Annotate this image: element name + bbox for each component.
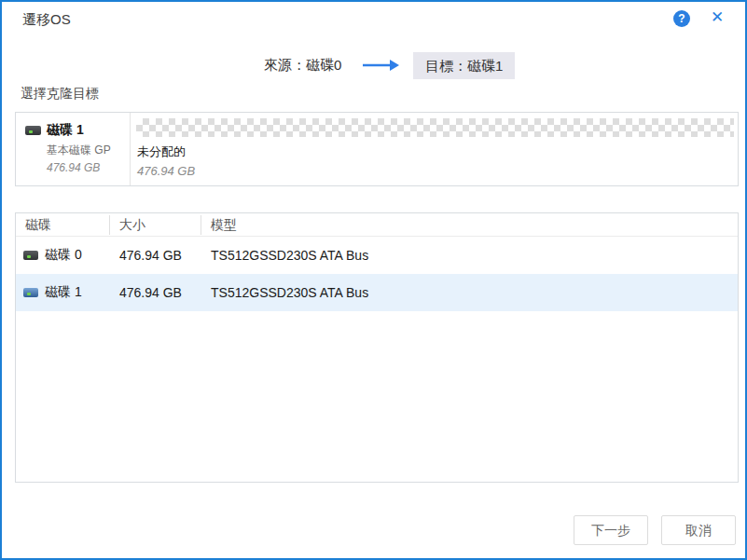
migrate-os-dialog: 遷移OS ? ✕ 來源：磁碟0 目標：磁碟1 選擇克隆目標 磁碟 1 基本磁碟 … bbox=[0, 0, 747, 560]
source-disk-label: 來源：磁碟0 bbox=[264, 57, 341, 75]
disk-table-header: 磁碟 大小 模型 bbox=[16, 213, 738, 237]
disk-icon bbox=[25, 126, 41, 135]
column-header-model: 模型 bbox=[201, 215, 738, 235]
disk-table: 磁碟 大小 模型 磁碟 0 476.94 GB TS512GSSD230S AT… bbox=[15, 212, 739, 483]
unallocated-pattern bbox=[136, 118, 734, 137]
close-icon[interactable]: ✕ bbox=[707, 7, 727, 28]
preview-disk-name: 磁碟 1 bbox=[47, 122, 84, 137]
table-row-disk0[interactable]: 磁碟 0 476.94 GB TS512GSSD230S ATA Bus bbox=[16, 237, 738, 274]
disk-model: TS512GSSD230S ATA Bus bbox=[201, 248, 738, 263]
disk-icon bbox=[23, 288, 38, 297]
preview-disk-type: 基本磁碟 GP bbox=[47, 143, 130, 158]
disk-name: 磁碟 1 bbox=[45, 284, 82, 301]
disk-size: 476.94 GB bbox=[110, 285, 201, 300]
column-header-size: 大小 bbox=[110, 215, 201, 235]
disk-name: 磁碟 0 bbox=[45, 247, 82, 264]
select-clone-target-label: 選擇克隆目標 bbox=[21, 86, 99, 102]
preview-partition-area[interactable]: 未分配的 476.94 GB bbox=[131, 113, 738, 185]
cancel-button[interactable]: 取消 bbox=[661, 515, 736, 545]
next-button[interactable]: 下一步 bbox=[574, 515, 648, 545]
disk-icon bbox=[23, 251, 38, 260]
help-icon[interactable]: ? bbox=[673, 10, 690, 27]
target-disk-preview: 磁碟 1 基本磁碟 GP 476.94 GB 未分配的 476.94 GB bbox=[15, 112, 739, 186]
column-header-disk: 磁碟 bbox=[16, 215, 110, 235]
partition-label: 未分配的 bbox=[137, 143, 735, 160]
disk-model: TS512GSSD230S ATA Bus bbox=[201, 285, 738, 300]
page-title: 遷移OS bbox=[22, 11, 71, 29]
preview-disk-info: 磁碟 1 基本磁碟 GP 476.94 GB bbox=[16, 113, 131, 185]
target-disk-badge: 目標：磁碟1 bbox=[413, 52, 515, 79]
preview-disk-size: 476.94 GB bbox=[47, 161, 130, 174]
disk-size: 476.94 GB bbox=[110, 248, 201, 263]
arrow-right-icon bbox=[362, 58, 401, 73]
table-row-disk1[interactable]: 磁碟 1 476.94 GB TS512GSSD230S ATA Bus bbox=[16, 274, 738, 311]
partition-size: 476.94 GB bbox=[137, 164, 735, 178]
